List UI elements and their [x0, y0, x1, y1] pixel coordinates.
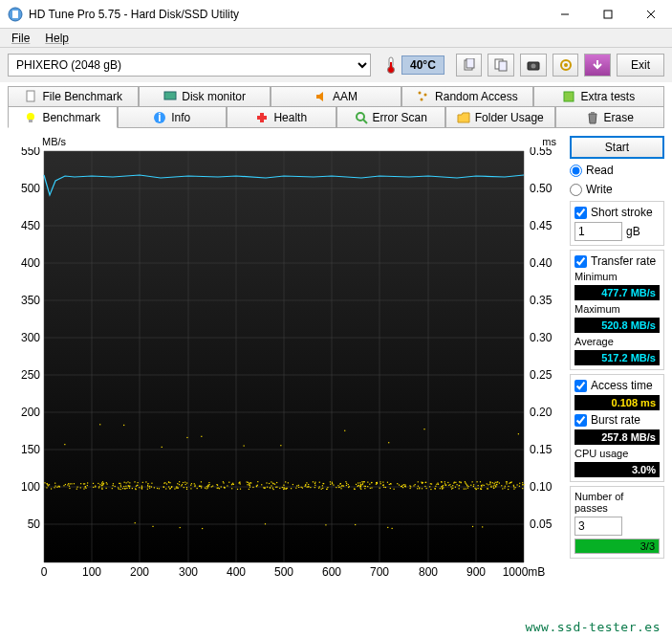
svg-rect-220	[228, 482, 229, 483]
svg-rect-532	[207, 485, 208, 486]
tab-health[interactable]: Health	[227, 107, 336, 128]
svg-rect-392	[452, 485, 453, 486]
svg-point-23	[27, 113, 34, 121]
svg-rect-407	[370, 488, 371, 489]
svg-rect-440	[275, 487, 276, 488]
svg-rect-430	[314, 485, 315, 486]
menu-file[interactable]: File	[4, 30, 37, 47]
svg-rect-368	[341, 485, 342, 486]
write-radio[interactable]	[570, 184, 582, 196]
svg-rect-553	[141, 486, 142, 487]
svg-rect-225	[423, 429, 424, 429]
tab-benchmark[interactable]: Benchmark	[8, 107, 118, 128]
options-button[interactable]	[553, 54, 579, 77]
passes-input[interactable]	[574, 517, 622, 536]
short-stroke-check[interactable]	[574, 207, 587, 219]
close-button[interactable]	[629, 0, 672, 28]
window-title: HD Tune Pro 5.75 - Hard Disk/SSD Utility	[29, 8, 543, 21]
svg-rect-144	[295, 488, 296, 489]
screenshot-button[interactable]	[520, 54, 547, 77]
svg-rect-172	[330, 481, 331, 482]
svg-rect-334	[200, 486, 201, 487]
exit-button[interactable]: Exit	[617, 54, 664, 77]
svg-rect-145	[464, 489, 465, 490]
svg-rect-434	[265, 523, 266, 524]
svg-rect-196	[47, 484, 48, 485]
svg-text:0.50: 0.50	[530, 182, 553, 195]
svg-rect-437	[426, 488, 427, 489]
tab-random-access[interactable]: Random Access	[401, 86, 532, 107]
svg-rect-578	[513, 489, 514, 490]
svg-rect-224	[49, 484, 50, 485]
svg-rect-469	[83, 488, 84, 489]
svg-rect-563	[208, 482, 209, 483]
svg-rect-207	[515, 487, 516, 488]
copy-info-button[interactable]	[456, 54, 483, 77]
short-stroke-input[interactable]	[574, 222, 622, 241]
svg-rect-28	[257, 116, 267, 120]
svg-rect-554	[508, 486, 509, 487]
svg-text:i: i	[159, 111, 162, 124]
svg-rect-168	[359, 482, 360, 483]
svg-rect-247	[261, 484, 262, 485]
svg-rect-518	[202, 528, 203, 529]
svg-text:900: 900	[466, 565, 486, 579]
svg-rect-514	[330, 484, 331, 485]
menu-help[interactable]: Help	[37, 30, 76, 47]
copy-screenshot-button[interactable]	[488, 54, 514, 77]
svg-rect-264	[387, 527, 388, 528]
svg-rect-463	[474, 488, 475, 489]
svg-rect-363	[206, 488, 207, 489]
tab-folder-usage[interactable]: Folder Usage	[445, 107, 555, 128]
file-icon	[25, 90, 38, 103]
svg-rect-289	[163, 483, 164, 484]
access-time-check[interactable]	[574, 380, 587, 392]
svg-rect-425	[163, 487, 164, 488]
svg-point-29	[357, 113, 364, 121]
tab-error-scan[interactable]: Error Scan	[336, 107, 446, 128]
drive-select[interactable]: PHIXERO (2048 gB)	[8, 54, 371, 77]
side-panel: Start Read Write Short stroke gB Transfe…	[570, 136, 664, 595]
svg-text:100: 100	[82, 565, 101, 579]
svg-rect-278	[54, 487, 54, 488]
tab-extra-tests[interactable]: Extra tests	[533, 86, 664, 107]
save-button[interactable]	[584, 54, 611, 77]
svg-rect-580	[284, 488, 285, 489]
svg-rect-352	[119, 489, 119, 490]
svg-text:0.55: 0.55	[530, 147, 553, 158]
start-button[interactable]: Start	[570, 136, 664, 159]
trash-icon	[586, 111, 599, 124]
maximize-button[interactable]	[586, 0, 629, 28]
transfer-rate-check[interactable]	[574, 255, 587, 268]
svg-text:450: 450	[21, 219, 40, 232]
tab-aam[interactable]: AAM	[271, 86, 401, 107]
svg-rect-377	[451, 488, 452, 489]
read-radio[interactable]	[570, 165, 582, 177]
svg-rect-356	[101, 485, 102, 486]
svg-rect-560	[367, 486, 368, 487]
svg-rect-311	[344, 430, 345, 431]
svg-rect-323	[310, 487, 311, 488]
svg-rect-535	[67, 484, 68, 485]
svg-rect-547	[157, 488, 158, 489]
svg-rect-403	[70, 483, 71, 484]
svg-rect-572	[95, 486, 96, 487]
svg-rect-584	[337, 485, 338, 486]
svg-rect-506	[126, 488, 127, 489]
svg-rect-573	[444, 483, 445, 484]
svg-rect-131	[482, 484, 483, 485]
title-bar: HD Tune Pro 5.75 - Hard Disk/SSD Utility	[0, 0, 672, 29]
minimize-button[interactable]	[543, 0, 586, 28]
svg-line-30	[363, 120, 367, 123]
svg-text:300: 300	[179, 565, 198, 579]
tab-disk-monitor[interactable]: Disk monitor	[139, 86, 270, 107]
svg-rect-230	[112, 485, 113, 486]
svg-rect-231	[332, 482, 333, 483]
burst-rate-check[interactable]	[574, 414, 587, 427]
svg-rect-339	[134, 481, 135, 482]
svg-text:550: 550	[21, 147, 40, 158]
tab-file-benchmark[interactable]: File Benchmark	[8, 86, 139, 107]
tab-erase[interactable]: Erase	[555, 107, 665, 128]
svg-rect-155	[499, 482, 500, 483]
tab-info[interactable]: iInfo	[118, 107, 228, 128]
